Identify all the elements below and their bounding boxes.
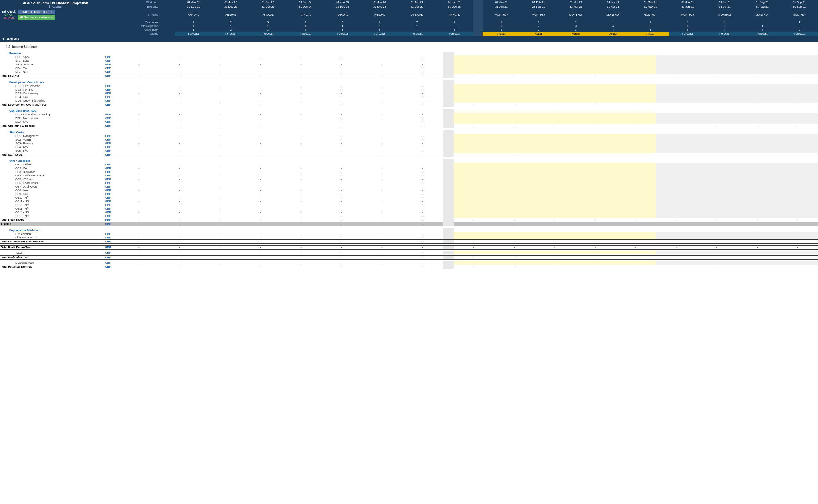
sf1-currency: GBP (97, 55, 119, 59)
monthly-rel-9: 9 (781, 24, 818, 28)
annual-start-7: 01-Jan-27 (398, 0, 436, 5)
monthly-period-4: 4 (595, 28, 632, 32)
sf4-currency: GBP (97, 66, 119, 70)
annual-start-2: 01-Jan-22 (212, 0, 249, 5)
gap-row-4 (0, 128, 818, 130)
annual-end-1: 31-Dec-21 (175, 5, 212, 9)
annual-period-7: 7 (398, 28, 436, 32)
monthly-rel-6: 6 (669, 24, 706, 28)
taxes-row: Taxes GBP ---- ---- (0, 251, 818, 254)
status-label: Status (110, 32, 160, 36)
monthly-start-5: 01-May-21 (632, 0, 669, 5)
link-front-sheet-button[interactable]: LINK TO FRONT SHEET (17, 10, 56, 14)
ee1-row: EE1 - Inspection & Cleaning GBP ---- ---… (0, 113, 818, 116)
annual-end-4: 31-Dec-24 (286, 5, 324, 9)
annual-rel-3: 1 (249, 24, 286, 28)
monthly-period-1: 1 (483, 28, 520, 32)
annual-period-5: 5 (324, 28, 361, 32)
monthly-start-9: 01-Sep-21 (781, 0, 818, 5)
dev-costs-label: Development Costs & fees (0, 80, 97, 84)
sf1-label: SF1 - Alpha (0, 55, 97, 59)
monthly-rel-1: 1 (483, 24, 520, 28)
subsection-1-1-number: 1.1 (6, 45, 10, 48)
revenue-label: Revenue (0, 52, 97, 55)
err-alert-label: Err Alert (2, 16, 16, 19)
profit-after-tax-row: Total Profit After Tax GBP ---- ---- ---… (0, 256, 818, 260)
annual-end-3: 31-Dec-23 (249, 5, 286, 9)
app-title: ABC Solar Farm Ltd Financial Projection (2, 1, 109, 5)
monthly-start-8: 01-Aug-21 (743, 0, 781, 5)
income-statement-table: Revenue SF1 - Alpha GBP ---- ---- SF2 - … (0, 50, 818, 269)
profit-before-tax-row: Total Profit Before Tax GBP ---- ---- --… (0, 246, 818, 250)
main-content: 1 Actuals 1.1 Income Statement Re (0, 36, 818, 269)
annual-period-6: 6 (361, 28, 398, 32)
monthly-status-7: Forecast (706, 32, 743, 36)
annual-timeline-3: ANNUAL (249, 9, 286, 21)
monthly-start-1: 01-Jan-21 (483, 0, 520, 5)
section-1-title: Actuals (7, 37, 19, 41)
monthly-period-2: 2 (520, 28, 557, 32)
monthly-start-6: 01-Jun-21 (669, 0, 706, 5)
annual-timeline-5: ANNUAL (324, 9, 361, 21)
total-fixed-costs-row: Total Fixed Costs GBP ---- ---- ----- --… (0, 218, 818, 222)
monthly-timeline-8: MONTHLY (743, 9, 781, 21)
monthly-status-3: Actual (557, 32, 595, 36)
monthly-rel-3: 3 (557, 24, 595, 28)
dev-costs-category-row: Development Costs & fees (0, 80, 818, 84)
oe15-row: OE15 - N/A GBP ---- ---- (0, 214, 818, 218)
oe11-row: OE11 - N/A GBP ---- ---- (0, 200, 818, 203)
period-index-label: Period index (110, 28, 160, 32)
oe7-row: OE7 - Audit Costs GBP ---- ---- (0, 185, 818, 188)
sc5-row: SC5 - N/A GBP ---- ---- (0, 149, 818, 153)
section-1-number: 1 (2, 37, 4, 41)
dc4-row: DC4 - N/A GBP ---- ---- (0, 95, 818, 99)
monthly-period-5: 5 (632, 28, 669, 32)
annual-timeline-1: ANNUAL (175, 9, 212, 21)
sf2-row: SF2 - Beta GBP ---- ---- (0, 59, 818, 63)
monthly-end-8: 31-Aug-21 (743, 5, 781, 9)
dc2-row: DC2 - Permits GBP ---- ---- (0, 88, 818, 91)
period-index-row: Period index 1 2 3 4 5 6 7 8 1 2 3 4 5 6… (0, 28, 818, 32)
annual-end-5: 31-Dec-25 (324, 5, 361, 9)
monthly-status-1: Actual (483, 32, 520, 36)
annual-status-1: Forecast (175, 32, 212, 36)
other-exp-category-row: Other Expenses (0, 159, 818, 163)
annual-year-4: 4 (286, 21, 324, 24)
depreciation-row: Depreciation GBP ---- ---- (0, 232, 818, 236)
monthly-year-3: 1 (557, 21, 595, 24)
sc1-row: SC1 - Management GBP ---- ---- (0, 134, 818, 138)
annual-start-3: 01-Jan-23 (249, 0, 286, 5)
annual-year-7: 7 (398, 21, 436, 24)
dc5-row: DC5 - Decommissioning GBP ---- ---- (0, 99, 818, 103)
monthly-timeline-2: MONTHLY (520, 9, 557, 21)
monthly-end-1: 31-Jan-21 (483, 5, 520, 9)
op-exp-category-row: Operating Expenses (0, 109, 818, 113)
monthly-year-4: 1 (595, 21, 632, 24)
monthly-year-9: 1 (781, 21, 818, 24)
monthly-year-5: 1 (632, 21, 669, 24)
end-date-label: End date (110, 5, 160, 9)
monthly-end-5: 31-May-21 (632, 5, 669, 9)
monthly-status-4: Actual (595, 32, 632, 36)
total-revenue-label: Total Revenue (0, 74, 97, 78)
annual-end-7: 31-Dec-27 (398, 5, 436, 9)
gap-row-6 (0, 226, 818, 228)
total-staff-costs-row: Total Staff Costs GBP ---- ---- ----- --… (0, 153, 818, 157)
monthly-timeline-5: MONTHLY (632, 9, 669, 21)
total-revenue-row: Total Revenue GBP ---- ---- ----- ---- (0, 74, 818, 78)
dc3-row: DC3 - Engineering GBP ---- ---- (0, 91, 818, 95)
monthly-timeline-1: MONTHLY (483, 9, 520, 21)
annual-rel-4: 1 (286, 24, 324, 28)
section-1-header: 1 Actuals (0, 36, 818, 42)
annual-year-3: 3 (249, 21, 286, 24)
sf3-row: SF3 - Gamma GBP ---- ---- (0, 63, 818, 66)
annual-period-4: 4 (286, 28, 324, 32)
annual-year-1: 1 (175, 21, 212, 24)
monthly-timeline-9: MONTHLY (781, 9, 818, 21)
annual-start-4: 01-Jan-24 (286, 0, 324, 5)
oe12-row: OE12 - N/A GBP ---- ---- (0, 203, 818, 207)
monthly-timeline-6: MONTHLY (669, 9, 706, 21)
oe2-row: OE2 - Rent GBP ---- ---- (0, 166, 818, 170)
gap-row-3 (0, 107, 818, 109)
monthly-year-2: 1 (520, 21, 557, 24)
